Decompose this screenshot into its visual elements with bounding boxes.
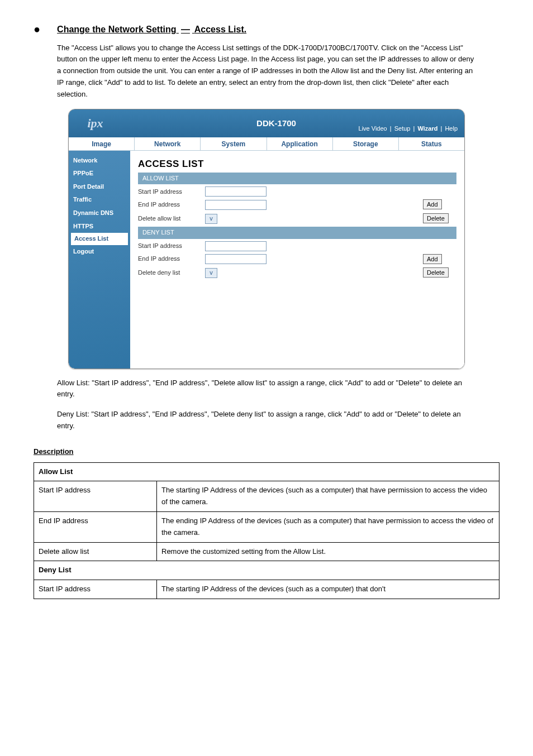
cell-deny-start-label: Start IP address	[34, 580, 157, 599]
table-allow-header: Allow List	[34, 462, 499, 481]
allow-end-input[interactable]	[205, 200, 266, 210]
instruction-allow: Allow List: "Start IP address", "End IP …	[57, 377, 476, 401]
section-title: Change the Network Setting — Access List…	[57, 22, 246, 37]
sidebar-item-access-list[interactable]: Access List	[71, 233, 128, 245]
description-title: Description	[34, 446, 499, 458]
description-table: Allow List Start IP address The starting…	[34, 462, 499, 599]
link-wizard[interactable]: Wizard	[416, 125, 439, 132]
table-deny-header: Deny List	[34, 561, 499, 580]
table-row: Delete allow list Remove the customized …	[34, 542, 499, 561]
brand-logo: ipx	[69, 113, 122, 133]
deny-start-input[interactable]	[205, 241, 266, 251]
label-deny-end: End IP address	[138, 254, 205, 264]
sidebar-item-traffic[interactable]: Traffic	[69, 193, 130, 207]
bullet-icon: ●	[34, 22, 40, 36]
chevron-down-icon: v	[210, 214, 213, 224]
allow-list-header: ALLOW LIST	[138, 173, 456, 185]
section-title-dash: —	[181, 25, 190, 34]
sidebar: Network PPPoE Port Detail Traffic Dynami…	[69, 151, 130, 369]
label-allow-start: Start IP address	[138, 187, 205, 197]
link-help[interactable]: Help	[444, 125, 459, 132]
tab-application[interactable]: Application	[267, 137, 333, 150]
cell-delete-allow-label: Delete allow list	[34, 542, 157, 561]
deny-delete-select[interactable]: v	[205, 268, 217, 278]
cell-deny-start-desc: The starting IP Address of the devices (…	[157, 580, 499, 599]
link-setup[interactable]: Setup	[393, 125, 412, 132]
allow-delete-select[interactable]: v	[205, 214, 217, 224]
sidebar-item-network[interactable]: Network	[69, 154, 130, 168]
sidebar-item-https[interactable]: HTTPS	[69, 220, 130, 233]
tab-status[interactable]: Status	[399, 137, 464, 150]
label-deny-start: Start IP address	[138, 241, 205, 251]
section-paragraph: The "Access List" allows you to change t…	[57, 42, 476, 101]
table-row: End IP address The ending IP Address of …	[34, 511, 499, 542]
allow-add-button[interactable]: Add	[423, 199, 442, 209]
deny-add-button[interactable]: Add	[423, 254, 442, 264]
sidebar-item-port-detail[interactable]: Port Detail	[69, 180, 130, 194]
chevron-down-icon: v	[210, 268, 213, 278]
embedded-screenshot: ipx DDK-1700 Live Video | Setup | Wizard…	[68, 109, 465, 369]
table-row: Start IP address The starting IP Address…	[34, 580, 499, 599]
sidebar-item-pppoe[interactable]: PPPoE	[69, 167, 130, 180]
section-title-left: Change the Network Setting	[57, 25, 176, 34]
deny-end-input[interactable]	[205, 254, 266, 264]
tab-system[interactable]: System	[201, 137, 266, 150]
section-title-right: Access List.	[194, 25, 246, 34]
sidebar-item-logout[interactable]: Logout	[69, 245, 130, 259]
top-links: Live Video | Setup | Wizard | Help	[358, 124, 459, 134]
app-header: ipx DDK-1700 Live Video | Setup | Wizard…	[69, 109, 464, 137]
link-live-video[interactable]: Live Video	[358, 125, 388, 132]
tab-storage[interactable]: Storage	[333, 137, 399, 150]
logo-text: ip	[87, 116, 97, 130]
instruction-deny: Deny List: "Start IP address", "End IP a…	[57, 409, 476, 432]
logo-suffix: x	[97, 116, 103, 130]
cell-end-ip-desc: The ending IP Address of the devices (su…	[157, 511, 499, 542]
page-title: ACCESS LIST	[138, 156, 456, 171]
deny-delete-button[interactable]: Delete	[423, 267, 449, 277]
deny-list-header: DENY LIST	[138, 227, 456, 239]
label-deny-delete: Delete deny list	[138, 268, 205, 278]
cell-end-ip-label: End IP address	[34, 511, 157, 542]
label-allow-delete: Delete allow list	[138, 214, 205, 224]
table-row: Start IP address The starting IP Address…	[34, 481, 499, 512]
tab-bar: Image Network System Application Storage…	[69, 137, 464, 151]
main-panel: ACCESS LIST ALLOW LIST Start IP address …	[130, 151, 464, 369]
cell-start-ip-desc: The starting IP Address of the devices (…	[157, 481, 499, 512]
label-allow-end: End IP address	[138, 200, 205, 210]
allow-delete-button[interactable]: Delete	[423, 213, 449, 223]
cell-start-ip-label: Start IP address	[34, 481, 157, 512]
tab-image[interactable]: Image	[69, 137, 135, 150]
sidebar-item-dynamic-dns[interactable]: Dynamic DNS	[69, 207, 130, 220]
allow-start-input[interactable]	[205, 186, 266, 197]
tab-network[interactable]: Network	[135, 137, 201, 150]
cell-delete-allow-desc: Remove the customized setting from the A…	[157, 542, 499, 561]
